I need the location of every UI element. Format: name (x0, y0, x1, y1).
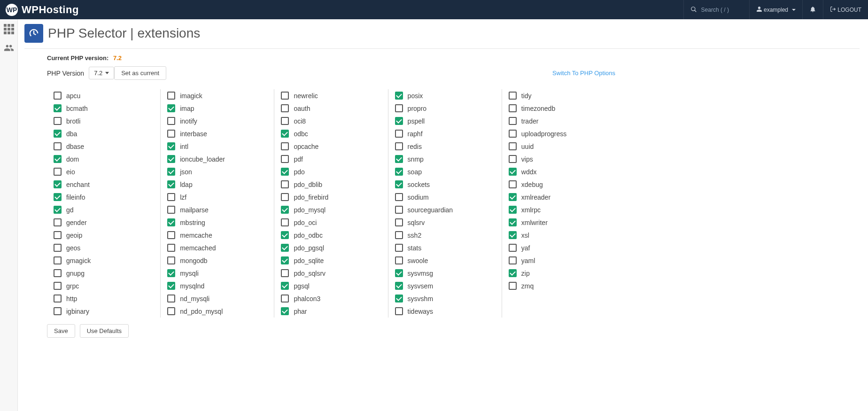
extension-checkbox[interactable] (54, 282, 62, 290)
extension-checkbox[interactable] (54, 193, 62, 201)
extension-checkbox[interactable] (281, 104, 289, 112)
extension-checkbox[interactable] (167, 256, 175, 264)
extension-checkbox[interactable] (281, 218, 289, 226)
user-menu[interactable]: exampled (749, 0, 802, 19)
extension-checkbox[interactable] (54, 104, 62, 112)
extension-checkbox[interactable] (54, 295, 62, 302)
extension-checkbox[interactable] (281, 244, 289, 252)
extension-checkbox[interactable] (509, 269, 517, 277)
search-cell[interactable] (683, 0, 749, 19)
extension-checkbox[interactable] (54, 92, 62, 100)
extension-checkbox[interactable] (395, 168, 403, 176)
extension-checkbox[interactable] (395, 282, 403, 290)
set-current-button[interactable]: Set as current (114, 66, 166, 80)
extension-checkbox[interactable] (167, 130, 175, 138)
extension-checkbox[interactable] (509, 168, 517, 176)
extension-checkbox[interactable] (509, 282, 517, 290)
extension-checkbox[interactable] (281, 256, 289, 264)
extension-checkbox[interactable] (167, 244, 175, 252)
apps-grid-button[interactable] (4, 24, 14, 34)
extension-checkbox[interactable] (395, 256, 403, 264)
extension-checkbox[interactable] (509, 256, 517, 264)
extension-checkbox[interactable] (395, 218, 403, 226)
extension-checkbox[interactable] (509, 130, 517, 138)
extension-checkbox[interactable] (509, 155, 517, 163)
extension-checkbox[interactable] (509, 104, 517, 112)
extension-checkbox[interactable] (395, 244, 403, 252)
users-button[interactable] (4, 43, 14, 55)
extension-checkbox[interactable] (395, 231, 403, 239)
extension-checkbox[interactable] (281, 92, 289, 100)
extension-checkbox[interactable] (395, 307, 403, 315)
extension-checkbox[interactable] (395, 295, 403, 302)
extension-checkbox[interactable] (395, 206, 403, 214)
save-button[interactable]: Save (47, 324, 75, 338)
extension-checkbox[interactable] (167, 307, 175, 315)
extension-checkbox[interactable] (54, 244, 62, 252)
extension-checkbox[interactable] (167, 295, 175, 302)
extension-checkbox[interactable] (54, 218, 62, 226)
extension-checkbox[interactable] (167, 180, 175, 188)
extension-checkbox[interactable] (281, 168, 289, 176)
extension-checkbox[interactable] (281, 206, 289, 214)
extension-checkbox[interactable] (395, 130, 403, 138)
extension-checkbox[interactable] (54, 269, 62, 277)
extension-checkbox[interactable] (167, 104, 175, 112)
extension-checkbox[interactable] (167, 231, 175, 239)
extension-checkbox[interactable] (281, 155, 289, 163)
use-defaults-button[interactable]: Use Defaults (80, 324, 129, 338)
brand[interactable]: WP WPHosting (0, 4, 79, 16)
extension-checkbox[interactable] (281, 231, 289, 239)
extension-checkbox[interactable] (509, 142, 517, 150)
extension-checkbox[interactable] (395, 104, 403, 112)
switch-options-link[interactable]: Switch To PHP Options (552, 70, 615, 77)
logout-button[interactable]: LOGOUT (823, 0, 868, 19)
extension-checkbox[interactable] (395, 180, 403, 188)
extension-checkbox[interactable] (54, 231, 62, 239)
extension-checkbox[interactable] (509, 193, 517, 201)
extension-checkbox[interactable] (509, 231, 517, 239)
extension-checkbox[interactable] (509, 117, 517, 125)
extension-checkbox[interactable] (54, 130, 62, 138)
extension-checkbox[interactable] (281, 269, 289, 277)
extension-checkbox[interactable] (281, 295, 289, 302)
extension-checkbox[interactable] (167, 269, 175, 277)
notifications-button[interactable] (802, 0, 823, 19)
extension-checkbox[interactable] (281, 142, 289, 150)
extension-checkbox[interactable] (167, 218, 175, 226)
extension-checkbox[interactable] (281, 193, 289, 201)
extension-checkbox[interactable] (281, 282, 289, 290)
extension-checkbox[interactable] (509, 206, 517, 214)
extension-checkbox[interactable] (167, 155, 175, 163)
extension-checkbox[interactable] (167, 206, 175, 214)
extension-checkbox[interactable] (54, 256, 62, 264)
extension-checkbox[interactable] (395, 155, 403, 163)
extension-checkbox[interactable] (167, 168, 175, 176)
extension-checkbox[interactable] (167, 142, 175, 150)
search-input[interactable] (700, 6, 743, 14)
extension-checkbox[interactable] (281, 117, 289, 125)
extension-checkbox[interactable] (281, 180, 289, 188)
extension-checkbox[interactable] (509, 218, 517, 226)
extension-checkbox[interactable] (281, 307, 289, 315)
extension-checkbox[interactable] (167, 193, 175, 201)
extension-checkbox[interactable] (395, 92, 403, 100)
extension-checkbox[interactable] (395, 193, 403, 201)
extension-checkbox[interactable] (54, 307, 62, 315)
extension-checkbox[interactable] (395, 117, 403, 125)
extension-checkbox[interactable] (509, 180, 517, 188)
extension-checkbox[interactable] (509, 92, 517, 100)
extension-checkbox[interactable] (167, 92, 175, 100)
extension-checkbox[interactable] (54, 168, 62, 176)
extension-checkbox[interactable] (167, 117, 175, 125)
extension-checkbox[interactable] (54, 206, 62, 214)
extension-checkbox[interactable] (509, 244, 517, 252)
extension-checkbox[interactable] (395, 142, 403, 150)
extension-checkbox[interactable] (395, 269, 403, 277)
extension-checkbox[interactable] (54, 142, 62, 150)
extension-checkbox[interactable] (281, 130, 289, 138)
extension-checkbox[interactable] (54, 117, 62, 125)
extension-checkbox[interactable] (167, 282, 175, 290)
extension-checkbox[interactable] (54, 180, 62, 188)
php-version-select[interactable]: 7.2 (89, 67, 114, 79)
